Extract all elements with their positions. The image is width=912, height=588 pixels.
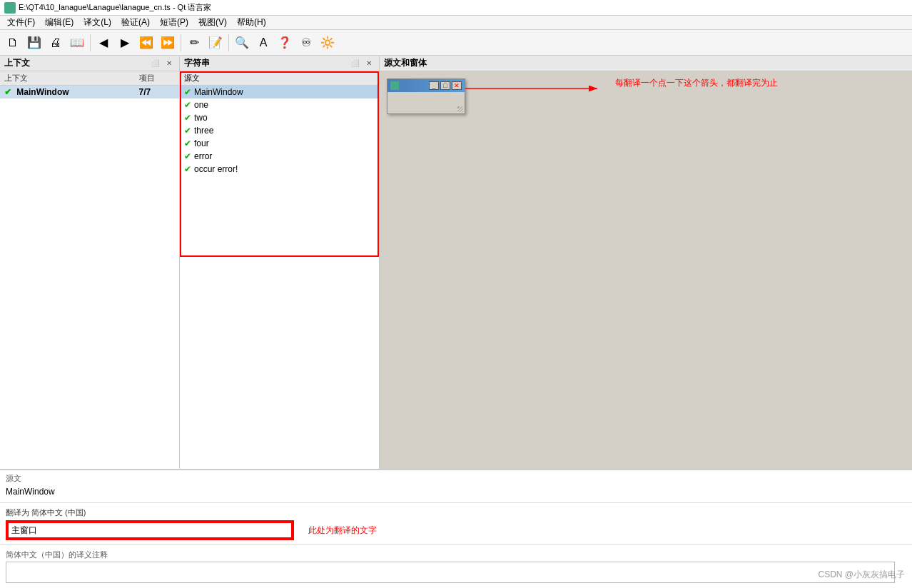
menu-view[interactable]: 视图(V) <box>194 16 231 29</box>
check-icon: ✔ <box>184 113 191 123</box>
string-row[interactable]: ✔error <box>180 150 379 163</box>
prev-unfinished[interactable]: ⏪ <box>136 33 156 53</box>
context-float-icon[interactable]: ⬜ <box>149 58 161 69</box>
annotation-area: 每翻译一个点一下这个箭头，都翻译完为止 <box>472 78 905 107</box>
check-icon: ✔ <box>184 138 191 148</box>
save-button[interactable]: 💾 <box>24 33 44 53</box>
done-next-button[interactable]: ✏ <box>184 33 204 53</box>
validate-button[interactable]: ❓ <box>275 33 295 53</box>
panels-row: 上下文 ⬜ ✕ 上下文 项目 <box>0 56 912 470</box>
qt-resize-handle <box>457 106 463 112</box>
string-row[interactable]: ✔four <box>180 137 379 150</box>
qt-maximize-button[interactable]: □ <box>440 81 450 90</box>
context-cell-items: 7/7 <box>135 86 180 99</box>
csdn-watermark: CSDN @小灰灰搞电子 <box>818 569 905 581</box>
string-cell: ✔MainWindow <box>180 86 379 99</box>
context-col-header: 上下文 <box>0 71 135 86</box>
new-button[interactable]: 🗋 <box>3 33 23 53</box>
accelerator-button[interactable]: ♾ <box>296 33 316 53</box>
translate-row: 此处为翻译的文字 <box>6 520 906 540</box>
qt-window-titlebar: _ □ ✕ <box>387 79 465 92</box>
find-button[interactable]: 🔍 <box>232 33 252 53</box>
sep2 <box>181 34 181 51</box>
string-cell: ✔occur error! <box>180 163 379 176</box>
bottom-divider <box>0 502 912 503</box>
qt-window-preview: _ □ ✕ <box>387 78 465 114</box>
context-close-icon[interactable]: ✕ <box>163 58 175 69</box>
print-button[interactable]: 🖨 <box>46 33 66 53</box>
strings-close-icon[interactable]: ✕ <box>363 58 375 69</box>
qt-minimize-button[interactable]: _ <box>429 81 439 90</box>
toolbar: 🗋 💾 🖨 📖 ◀ ▶ ⏪ ⏩ ✏ 📝 🔍 A ❓ ♾ 🔆 <box>0 30 912 56</box>
check-icon: ✔ <box>184 87 191 97</box>
translate-section: 翻译为 简体中文 (中国) 此处为翻译的文字 <box>0 505 912 543</box>
strings-float-icon[interactable]: ⬜ <box>349 58 360 69</box>
string-row[interactable]: ✔MainWindow <box>180 86 379 99</box>
string-text: MainWindow <box>194 87 243 97</box>
string-cell: ✔two <box>180 111 379 124</box>
menu-file[interactable]: 文件(F) <box>3 16 39 29</box>
string-row[interactable]: ✔occur error! <box>180 163 379 176</box>
context-panel-header: 上下文 ⬜ ✕ <box>0 56 179 71</box>
strings-panel-header: 字符串 ⬜ ✕ <box>180 56 379 71</box>
string-cell: ✔one <box>180 98 379 111</box>
prev-button[interactable]: ◀ <box>93 33 113 53</box>
context-row[interactable]: ✔ MainWindow 7/7 <box>0 86 179 99</box>
strings-panel-title: 字符串 <box>184 57 210 69</box>
app-icon <box>4 2 16 14</box>
source-value: MainWindow <box>6 485 906 498</box>
comment-divider <box>0 544 912 545</box>
qt-close-button[interactable]: ✕ <box>452 81 462 90</box>
source-form-panel: 源文和窗体 _ □ ✕ <box>380 56 912 469</box>
comment-textarea[interactable] <box>6 562 895 583</box>
source-col-header: 源文 <box>180 71 379 86</box>
menu-help[interactable]: 帮助(H) <box>233 16 270 29</box>
string-text: three <box>194 126 213 136</box>
font-button[interactable]: A <box>253 33 273 53</box>
comment-section: 简体中文（中国）的译义注释 <box>0 547 912 588</box>
menu-translation[interactable]: 译文(L) <box>79 16 116 29</box>
next-unfinished[interactable]: ⏩ <box>158 33 178 53</box>
translate-input-border <box>6 520 294 540</box>
string-row[interactable]: ✔one <box>180 98 379 111</box>
sep1 <box>90 34 91 51</box>
source-form-content: _ □ ✕ <box>380 71 912 469</box>
string-row[interactable]: ✔three <box>180 124 379 137</box>
string-row[interactable]: ✔two <box>180 111 379 124</box>
translate-annotation: 此处为翻译的文字 <box>308 524 377 537</box>
context-cell-name: ✔ MainWindow <box>0 86 135 99</box>
items-col-header: 项目 <box>135 71 180 86</box>
string-cell: ✔three <box>180 124 379 137</box>
bottom-panel: 源文 MainWindow 翻译为 简体中文 (中国) 此处为翻译的文字 简体中… <box>0 470 912 588</box>
string-text: occur error! <box>194 164 238 174</box>
source-form-header: 源文和窗体 <box>380 56 912 71</box>
annotation-text: 每翻译一个点一下这个箭头，都翻译完为止 <box>615 78 778 88</box>
context-panel: 上下文 ⬜ ✕ 上下文 项目 <box>0 56 180 469</box>
translate-label: 翻译为 简体中文 (中国) <box>6 507 906 518</box>
string-text: one <box>194 100 208 110</box>
check-icon: ✔ <box>4 87 11 97</box>
check-icon: ✔ <box>184 151 191 161</box>
translate-input[interactable] <box>7 522 293 539</box>
annotation-arrow-svg <box>465 81 608 96</box>
title-bar: E:\QT4\10_lanague\Lanague\lanague_cn.ts … <box>0 0 912 16</box>
qt-window-content <box>387 92 465 113</box>
menu-edit[interactable]: 编辑(E) <box>41 16 78 29</box>
sep3 <box>228 34 229 51</box>
menu-bar: 文件(F) 编辑(E) 译文(L) 验证(A) 短语(P) 视图(V) 帮助(H… <box>0 16 912 30</box>
context-panel-icons: ⬜ ✕ <box>149 58 175 69</box>
phrase-guess[interactable]: 🔆 <box>318 33 338 53</box>
menu-phrase[interactable]: 短语(P) <box>156 16 193 29</box>
qt-window-icon <box>390 81 399 90</box>
string-text: error <box>194 151 212 161</box>
string-text: four <box>194 138 209 148</box>
menu-validate[interactable]: 验证(A) <box>117 16 154 29</box>
qt-window-buttons: _ □ ✕ <box>429 81 462 90</box>
begin-from-source[interactable]: 📝 <box>206 33 226 53</box>
string-text: two <box>194 113 208 123</box>
string-cell: ✔four <box>180 137 379 150</box>
open-phrase-button[interactable]: 📖 <box>67 33 87 53</box>
source-section: 源文 MainWindow <box>0 470 912 501</box>
next-button[interactable]: ▶ <box>115 33 135 53</box>
strings-panel: 字符串 ⬜ ✕ 源文 ✔MainWindow✔one✔two✔three✔fou… <box>180 56 380 469</box>
